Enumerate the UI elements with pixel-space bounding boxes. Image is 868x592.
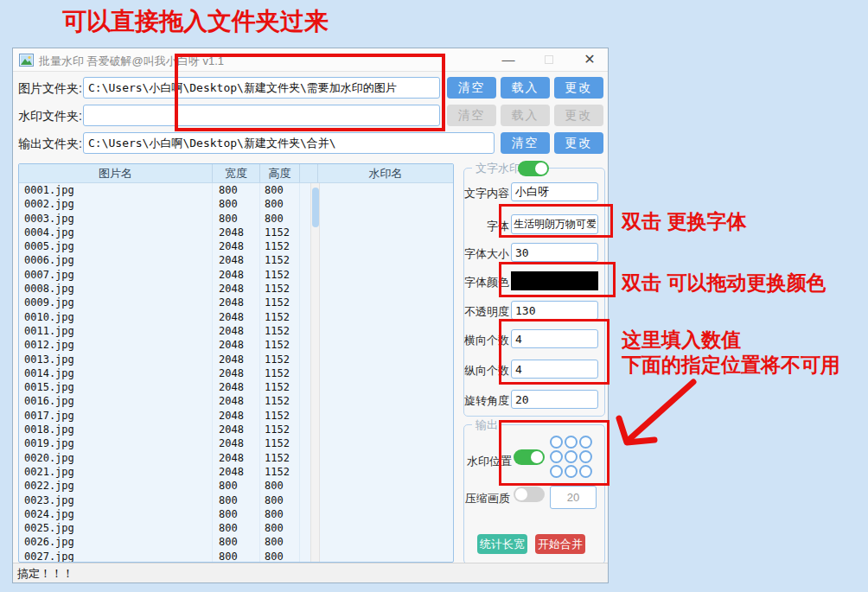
table-cell: 800: [260, 212, 300, 226]
compress-quality-input[interactable]: [550, 486, 597, 509]
table-cell: 800: [213, 479, 260, 493]
table-cell: 1152: [260, 296, 300, 309]
table-row[interactable]: 0027.jpg800800: [19, 550, 453, 563]
table-cell: 2048: [213, 380, 260, 394]
image-load-button[interactable]: 载入: [501, 77, 550, 99]
table-cell: [318, 366, 453, 380]
table-row[interactable]: 0026.jpg800800: [19, 535, 453, 549]
opacity-input[interactable]: [511, 301, 598, 320]
text-content-label: 文字内容: [464, 186, 509, 201]
table-row[interactable]: 0009.jpg20481152: [19, 296, 453, 309]
table-row[interactable]: 0005.jpg20481152: [19, 239, 453, 253]
start-merge-button[interactable]: 开始合并: [535, 534, 585, 554]
table-row[interactable]: 0006.jpg20481152: [19, 253, 453, 267]
annotation-color-note: 双击 可以拖动更换颜色: [622, 270, 826, 296]
output-group-label: 输出: [472, 417, 501, 433]
image-change-button[interactable]: 更改: [554, 77, 603, 99]
rotate-angle-input[interactable]: [511, 390, 598, 409]
text-content-input[interactable]: [511, 182, 598, 201]
output-folder-label: 输出文件夹:: [18, 137, 82, 152]
table-row[interactable]: 0025.jpg800800: [19, 521, 453, 535]
table-cell: 2048: [213, 324, 260, 338]
table-row[interactable]: 0024.jpg800800: [19, 507, 453, 521]
close-button[interactable]: ✕: [577, 51, 603, 69]
table-row[interactable]: 0015.jpg20481152: [19, 380, 453, 394]
table-cell: 2048: [213, 239, 260, 253]
table-cell: 2048: [213, 296, 260, 309]
table-cell: 800: [213, 183, 260, 197]
output-clear-button[interactable]: 清空: [501, 132, 550, 154]
watermark-clear-button[interactable]: 清空: [447, 105, 496, 126]
table-cell: [318, 282, 453, 296]
table-cell: [318, 183, 453, 197]
text-watermark-toggle[interactable]: [518, 161, 549, 176]
table-cell: 2048: [213, 451, 260, 465]
table-cell: 800: [213, 521, 260, 535]
minimize-button[interactable]: —: [495, 51, 521, 69]
header-height: 高度: [260, 164, 300, 182]
table-row[interactable]: 0018.jpg20481152: [19, 423, 453, 436]
table-cell: 1152: [260, 465, 300, 479]
table-row[interactable]: 0008.jpg20481152: [19, 282, 453, 296]
table-cell: [318, 212, 453, 226]
table-row[interactable]: 0010.jpg20481152: [19, 310, 453, 324]
table-row[interactable]: 0003.jpg800800: [19, 212, 453, 226]
table-row[interactable]: 0020.jpg20481152: [19, 451, 453, 465]
table-row[interactable]: 0021.jpg20481152: [19, 465, 453, 479]
table-cell: 2048: [213, 366, 260, 380]
table-cell: [318, 253, 453, 267]
table-row[interactable]: 0004.jpg20481152: [19, 226, 453, 239]
table-row[interactable]: 0017.jpg20481152: [19, 409, 453, 423]
table-cell: [318, 338, 453, 352]
table-cell: [318, 239, 453, 253]
watermark-load-button[interactable]: 载入: [501, 105, 550, 126]
opacity-label: 不透明度: [464, 304, 509, 320]
text-watermark-group-label: 文字水印: [472, 161, 524, 176]
table-cell: 800: [260, 507, 300, 521]
table-cell: 1152: [260, 226, 300, 239]
table-cell: 0012.jpg: [19, 338, 213, 352]
table-scrollbar[interactable]: [310, 183, 320, 562]
table-cell: 1152: [260, 310, 300, 324]
table-cell: 0004.jpg: [19, 226, 213, 239]
table-cell: 800: [213, 212, 260, 226]
table-cell: [318, 197, 453, 211]
table-row[interactable]: 0013.jpg20481152: [19, 353, 453, 366]
table-cell: 1152: [260, 324, 300, 338]
table-row[interactable]: 0001.jpg800800: [19, 183, 453, 197]
output-folder-input[interactable]: [83, 132, 495, 154]
annotation-arrow: [607, 370, 702, 452]
table-row[interactable]: 0014.jpg20481152: [19, 366, 453, 380]
maximize-button[interactable]: [536, 51, 562, 69]
header-spacer: [300, 164, 318, 182]
table-cell: 2048: [213, 423, 260, 436]
table-row[interactable]: 0023.jpg800800: [19, 493, 453, 507]
table-cell: 1152: [260, 423, 300, 436]
table-cell: [318, 409, 453, 423]
table-row[interactable]: 0011.jpg20481152: [19, 324, 453, 338]
annotation-font-note: 双击 更换字体: [622, 208, 746, 235]
table-row[interactable]: 0002.jpg800800: [19, 197, 453, 211]
table-cell: 2048: [213, 436, 260, 450]
table-row[interactable]: 0019.jpg20481152: [19, 436, 453, 450]
table-cell: 0006.jpg: [19, 253, 213, 267]
table-row[interactable]: 0016.jpg20481152: [19, 394, 453, 408]
table-row[interactable]: 0007.jpg20481152: [19, 268, 453, 282]
watermark-change-button[interactable]: 更改: [554, 105, 603, 126]
measure-size-button[interactable]: 统计长宽: [477, 534, 527, 554]
table-cell: 0005.jpg: [19, 239, 213, 253]
table-cell: 0014.jpg: [19, 366, 213, 380]
table-cell: [318, 296, 453, 309]
table-cell: 800: [260, 521, 300, 535]
output-change-button[interactable]: 更改: [554, 132, 603, 154]
table-cell: 2048: [213, 338, 260, 352]
compress-quality-toggle[interactable]: [514, 487, 545, 502]
table-cell: 0021.jpg: [19, 465, 213, 479]
image-clear-button[interactable]: 清空: [447, 77, 496, 99]
annotation-box-color: [499, 262, 616, 297]
table-row[interactable]: 0012.jpg20481152: [19, 338, 453, 352]
watermark-folder-label: 水印文件夹:: [18, 109, 82, 124]
font-size-input[interactable]: [511, 243, 598, 262]
table-row[interactable]: 0022.jpg800800: [19, 479, 453, 493]
table-scrollbar-thumb[interactable]: [312, 188, 319, 227]
